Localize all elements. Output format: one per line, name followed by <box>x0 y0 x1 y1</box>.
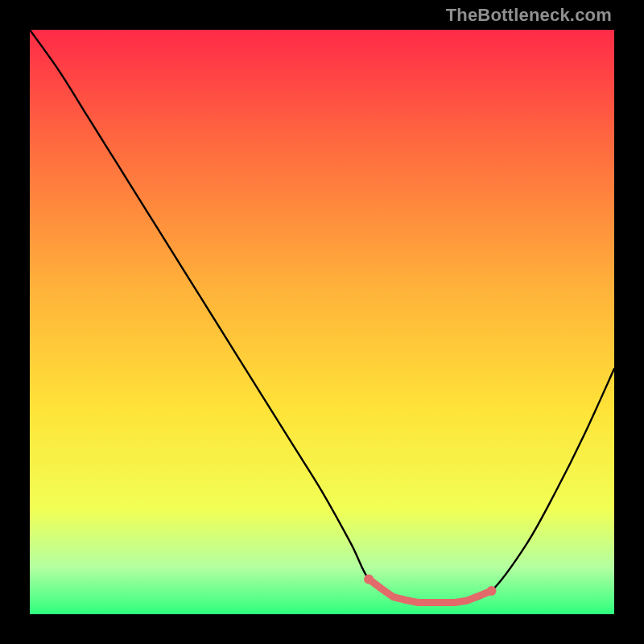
svg-point-1 <box>364 574 374 584</box>
bottleneck-curve <box>30 30 614 614</box>
plot-area <box>30 30 614 614</box>
chart-frame: TheBottleneck.com <box>0 0 644 644</box>
watermark-text: TheBottleneck.com <box>446 5 612 26</box>
svg-point-2 <box>487 586 497 596</box>
